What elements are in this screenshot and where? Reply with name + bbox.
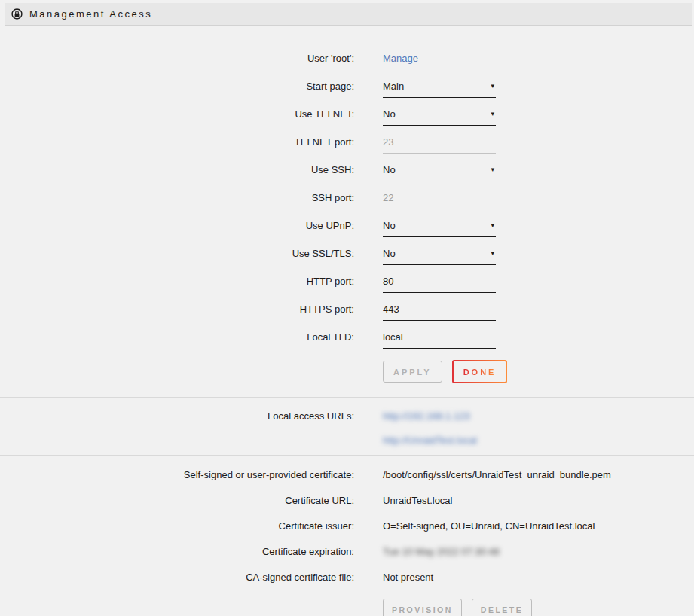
telnet-port-input [383, 136, 496, 154]
local-access-section: Local access URLs: http://192.168.1.123 … [0, 398, 694, 455]
use-telnet-label: Use TELNET: [0, 108, 354, 120]
done-button[interactable]: DONE [452, 360, 508, 383]
row-ssh-port: SSH port: [0, 184, 694, 212]
row-self-signed-cert: Self-signed or user-provided certificate… [0, 462, 694, 487]
local-tld-label: Local TLD: [0, 331, 354, 343]
row-use-upnp: Use UPnP: No ▾ [0, 212, 694, 239]
ssh-port-input [383, 192, 496, 209]
ca-signed-cert-value: Not present [383, 572, 694, 583]
row-https-port: HTTPS port: [0, 295, 694, 323]
https-port-input[interactable] [383, 303, 496, 321]
row-local-access-urls: Local access URLs: http://192.168.1.123 [0, 404, 694, 428]
certificate-url-value: UnraidTest.local [383, 495, 694, 506]
self-signed-cert-value: /boot/config/ssl/certs/UnraidTest_unraid… [383, 469, 694, 480]
row-use-ssh: Use SSH: No ▾ [0, 156, 694, 184]
delete-button[interactable]: DELETE [472, 599, 532, 616]
row-ca-signed-cert: CA-signed certificate file: Not present [0, 564, 694, 590]
local-access-url-link[interactable]: http://UnraidTest.local [383, 435, 477, 446]
certificate-expiration-value: Tue 10 May 2022 07:30:48 [383, 546, 694, 557]
page-header: Management Access [5, 3, 692, 26]
certificate-buttons: PROVISION DELETE [383, 599, 694, 616]
row-certificate-expiration: Certificate expiration: Tue 10 May 2022 … [0, 538, 694, 564]
use-ssl-label: Use SSL/TLS: [0, 248, 354, 259]
user-root-label: User 'root': [0, 53, 354, 64]
use-ssh-select[interactable]: No [383, 164, 496, 181]
local-access-url-link[interactable]: http://192.168.1.123 [383, 410, 470, 422]
certificate-section: Self-signed or user-provided certificate… [0, 456, 694, 616]
ssh-port-label: SSH port: [0, 192, 354, 203]
http-port-input[interactable] [383, 276, 496, 293]
certificate-url-label: Certificate URL: [0, 495, 354, 506]
ca-signed-cert-label: CA-signed certificate file: [0, 572, 354, 583]
local-tld-input[interactable] [383, 331, 496, 349]
telnet-port-label: TELNET port: [0, 136, 354, 148]
management-form: User 'root': Manage Start page: Main ▾ U… [0, 26, 694, 397]
row-start-page: Start page: Main ▾ [0, 72, 694, 100]
provision-button[interactable]: PROVISION [383, 599, 462, 616]
start-page-label: Start page: [0, 81, 354, 92]
manage-root-link[interactable]: Manage [383, 53, 418, 64]
row-certificate-issuer: Certificate issuer: O=Self-signed, OU=Un… [0, 513, 694, 538]
row-local-tld: Local TLD: [0, 323, 694, 351]
http-port-label: HTTP port: [0, 276, 354, 287]
certificate-expiration-label: Certificate expiration: [0, 546, 354, 557]
https-port-label: HTTPS port: [0, 303, 354, 315]
use-ssl-select[interactable]: No [383, 248, 496, 265]
row-telnet-port: TELNET port: [0, 128, 694, 156]
self-signed-cert-label: Self-signed or user-provided certificate… [0, 469, 354, 480]
row-certificate-url: Certificate URL: UnraidTest.local [0, 487, 694, 513]
certificate-issuer-value: O=Self-signed, OU=Unraid, CN=UnraidTest.… [383, 520, 694, 532]
row-http-port: HTTP port: [0, 267, 694, 295]
done-button-label: DONE [463, 367, 497, 377]
form-buttons: APPLY DONE [383, 360, 694, 383]
start-page-select[interactable]: Main [383, 81, 496, 98]
use-telnet-select[interactable]: No [383, 108, 496, 126]
local-access-urls-label: Local access URLs: [0, 410, 354, 422]
row-use-telnet: Use TELNET: No ▾ [0, 100, 694, 128]
lock-icon [11, 8, 23, 20]
use-upnp-label: Use UPnP: [0, 220, 354, 231]
certificate-issuer-label: Certificate issuer: [0, 520, 354, 532]
apply-button[interactable]: APPLY [383, 361, 442, 383]
row-use-ssl: Use SSL/TLS: No ▾ [0, 239, 694, 267]
row-user-root: User 'root': Manage [0, 44, 694, 72]
page-title: Management Access [29, 8, 152, 20]
use-upnp-select[interactable]: No [383, 220, 496, 237]
use-ssh-label: Use SSH: [0, 164, 354, 175]
row-local-access-urls-2: http://UnraidTest.local [0, 428, 694, 452]
